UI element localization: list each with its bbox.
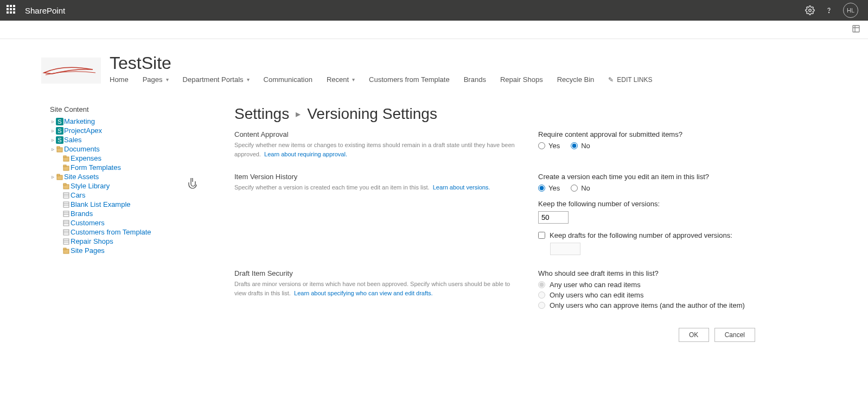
svg-rect-12 (63, 183, 66, 185)
nav-item-communication[interactable]: Communication (264, 75, 312, 84)
version-history-yes-radio[interactable] (538, 185, 545, 192)
tree-node-label[interactable]: ProjectApex (64, 126, 102, 135)
keep-versions-input[interactable] (538, 211, 569, 224)
library-icon (62, 164, 70, 172)
content-approval-yes-radio[interactable] (538, 142, 545, 149)
svg-rect-16 (63, 202, 69, 207)
tree-node-repair-shops[interactable]: Repair Shops (50, 237, 202, 246)
library-icon (62, 182, 70, 190)
version-history-learn-link[interactable]: Learn about versions. (433, 184, 490, 191)
tree-node-label[interactable]: Marketing (64, 117, 95, 125)
nav-item-pages[interactable]: Pages▾ (143, 75, 169, 84)
tree-node-label[interactable]: Expenses (71, 154, 101, 162)
version-history-no-radio[interactable] (571, 185, 578, 192)
tree-node-expenses[interactable]: Expenses (50, 154, 202, 163)
tree-node-label[interactable]: Style Library (71, 182, 110, 190)
section-draft-security: Draft Item Security Drafts are minor ver… (234, 269, 755, 312)
version-history-no[interactable]: No (571, 184, 590, 192)
tree-node-label[interactable]: Brands (71, 210, 93, 218)
site-icon: S (56, 127, 63, 135)
tree-node-cars[interactable]: Cars (50, 191, 202, 200)
svg-rect-22 (63, 220, 69, 226)
expander-icon[interactable]: ▹ (50, 146, 55, 152)
tree-node-site-assets[interactable]: ▹Site Assets (50, 172, 202, 181)
edit-links-label: EDIT LINKS (617, 76, 652, 84)
settings-gear-icon[interactable] (805, 5, 815, 15)
tree-node-label[interactable]: Blank List Example (71, 200, 131, 208)
draft-security-opt1[interactable]: Any user who can read items (538, 281, 755, 289)
help-icon[interactable] (825, 6, 833, 15)
nav-item-repair-shops[interactable]: Repair Shops (500, 75, 543, 84)
svg-point-1 (828, 12, 829, 12)
cancel-button[interactable]: Cancel (714, 328, 755, 342)
tree-node-label[interactable]: Site Assets (64, 173, 99, 181)
svg-rect-2 (853, 26, 859, 32)
content-approval-yes[interactable]: Yes (538, 142, 560, 150)
library-icon (56, 145, 63, 153)
content-approval-question: Require content approval for submitted i… (538, 130, 755, 138)
expander-icon[interactable]: ▹ (50, 118, 55, 124)
tree-node-projectapex[interactable]: ▹SProjectApex (50, 126, 202, 135)
nav-item-label: Repair Shops (500, 75, 543, 84)
tree-node-label[interactable]: Documents (64, 145, 100, 153)
tree-node-sales[interactable]: ▹SSales (50, 135, 202, 144)
tree-node-documents[interactable]: ▹Documents (50, 144, 202, 154)
tree-node-form-templates[interactable]: Form Templates (50, 163, 202, 172)
tree-node-label[interactable]: Customers (71, 219, 105, 227)
user-avatar[interactable]: HL (843, 3, 858, 18)
draft-security-opt3[interactable]: Only users who can approve items (and th… (538, 301, 755, 309)
nav-item-recent[interactable]: Recent▾ (327, 75, 355, 84)
nav-item-label: Communication (264, 75, 312, 84)
draft-security-learn-link[interactable]: Learn about specifying who can view and … (294, 290, 433, 296)
site-logo[interactable] (41, 58, 101, 84)
app-launcher-icon[interactable] (7, 5, 17, 16)
settings-content: Settings ▸ Versioning Settings Content A… (234, 105, 755, 342)
focus-content-icon[interactable] (852, 24, 860, 35)
draft-security-opt1-radio[interactable] (538, 281, 545, 288)
draft-security-desc: Drafts are minor versions or items which… (234, 280, 516, 297)
breadcrumb-page: Versioning Settings (307, 105, 437, 123)
site-content-tree: ▹SMarketing▹SProjectApex▹SSales▹Document… (50, 117, 202, 255)
tree-node-blank-list-example[interactable]: Blank List Example (50, 200, 202, 209)
edit-links-button[interactable]: ✎EDIT LINKS (608, 76, 652, 84)
expander-icon[interactable]: ▹ (50, 137, 55, 143)
expander-icon[interactable]: ▹ (50, 174, 55, 180)
list-icon (62, 210, 70, 218)
tree-node-site-pages[interactable]: Site Pages (50, 246, 202, 255)
tree-node-customers[interactable]: Customers (50, 218, 202, 227)
tree-node-label[interactable]: Cars (71, 191, 85, 199)
content-approval-no[interactable]: No (571, 142, 590, 150)
tree-node-label[interactable]: Sales (64, 136, 82, 144)
expander-icon[interactable]: ▹ (50, 128, 55, 134)
tree-node-label[interactable]: Form Templates (71, 163, 121, 172)
content-approval-learn-link[interactable]: Learn about requiring approval. (264, 151, 347, 157)
nav-item-customers-from-template[interactable]: Customers from Template (369, 75, 450, 84)
svg-rect-19 (63, 211, 69, 217)
tree-node-style-library[interactable]: Style Library (50, 181, 202, 191)
content-approval-no-radio[interactable] (571, 142, 578, 149)
site-icon: S (56, 136, 63, 144)
tree-node-brands[interactable]: Brands (50, 209, 202, 218)
version-history-yes[interactable]: Yes (538, 184, 560, 192)
breadcrumb-root[interactable]: Settings (234, 105, 289, 123)
chevron-down-icon: ▾ (247, 77, 250, 83)
draft-security-opt2[interactable]: Only users who can edit items (538, 291, 755, 299)
suite-app-name[interactable]: SharePoint (25, 6, 65, 15)
draft-security-title: Draft Item Security (234, 269, 516, 277)
tree-node-customers-from-template[interactable]: Customers from Template (50, 227, 202, 237)
button-row: OK Cancel (234, 328, 755, 342)
nav-item-department-portals[interactable]: Department Portals▾ (183, 75, 250, 84)
tree-node-label[interactable]: Site Pages (71, 246, 105, 255)
tree-node-marketing[interactable]: ▹SMarketing (50, 117, 202, 126)
nav-item-recycle-bin[interactable]: Recycle Bin (557, 75, 595, 84)
tree-node-label[interactable]: Customers from Template (71, 228, 151, 236)
ok-button[interactable]: OK (679, 328, 709, 342)
draft-security-opt2-radio[interactable] (538, 291, 545, 299)
keep-drafts-checkbox[interactable] (538, 232, 545, 239)
tree-node-label[interactable]: Repair Shops (71, 237, 113, 245)
nav-item-home[interactable]: Home (110, 75, 129, 84)
draft-security-opt3-radio[interactable] (538, 302, 545, 309)
site-title[interactable]: TestSite (110, 53, 652, 73)
svg-rect-4 (57, 147, 60, 148)
nav-item-brands[interactable]: Brands (464, 75, 486, 84)
